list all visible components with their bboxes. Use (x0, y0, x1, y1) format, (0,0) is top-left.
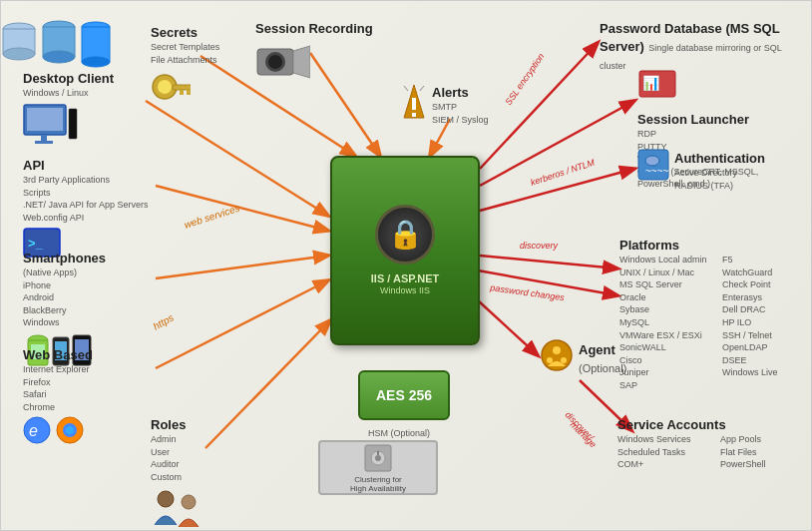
svg-text:web services: web services (183, 203, 240, 231)
svg-line-19 (478, 300, 538, 355)
svg-point-35 (645, 156, 659, 166)
svg-text:discover/: discover/ (564, 409, 598, 443)
agent-node: Agent (Optional) (540, 338, 659, 377)
svg-text:discovery: discovery (520, 241, 559, 251)
session-recording-node: Session Recording (255, 19, 385, 87)
svg-point-78 (375, 455, 381, 461)
session-launcher-title: Session Launcher (637, 112, 749, 127)
session-recording-title: Session Recording (255, 21, 373, 36)
auth-detail-1: Active Directory (674, 167, 765, 180)
aes-label: AES 256 (376, 387, 432, 403)
roles-icon (151, 487, 250, 531)
svg-rect-59 (69, 109, 77, 139)
lock-symbol: 🔒 (388, 218, 423, 251)
authentication-text: Authentication Active Directory RADIUS (… (674, 149, 765, 192)
svg-line-0 (146, 101, 328, 216)
agent-icon-area: Agent (Optional) (540, 338, 659, 377)
svg-point-48 (268, 55, 282, 69)
session-recording-icon (255, 41, 385, 87)
svg-rect-58 (35, 141, 53, 144)
svg-line-1 (156, 186, 328, 231)
svg-line-45 (420, 86, 424, 91)
authentication-title: Authentication (674, 151, 765, 166)
agent-subtitle: (Optional) (579, 362, 626, 374)
password-database: Password Database (MS SQL Server) Single… (600, 19, 799, 73)
authentication-node: ~~~~ Authentication Active Directory RAD… (637, 149, 812, 192)
db-cylinders (1, 19, 111, 74)
alerts-text: Alerts SMTP SIEM / Syslog (432, 83, 489, 126)
web-based-icons: e (23, 416, 163, 444)
secrets-node: Secrets Secret Templates File Attachment… (151, 23, 270, 118)
agent-text: Agent (Optional) (579, 340, 659, 376)
svg-point-75 (182, 495, 196, 509)
hsm-text: HSM (Optional) (368, 428, 430, 438)
svg-point-25 (3, 48, 35, 60)
svg-point-39 (547, 357, 553, 363)
alerts-icon (400, 83, 428, 127)
session-launcher-icon: 📊 (637, 69, 812, 108)
svg-rect-43 (412, 113, 416, 117)
desktop-client-node: Desktop Client Windows / Linux (23, 69, 153, 146)
service-accounts-title: Service Accounts (617, 417, 726, 432)
roles-title: Roles (151, 417, 186, 432)
svg-point-31 (82, 57, 110, 67)
secrets-title: Secrets (151, 25, 198, 40)
service-accounts-node: Service Accounts Windows Services App Po… (617, 415, 812, 471)
service-accounts-details: Windows Services App Pools Scheduled Tas… (617, 433, 812, 471)
platforms-title: Platforms (619, 238, 679, 253)
svg-line-2 (156, 256, 328, 278)
svg-rect-56 (27, 108, 63, 131)
svg-line-13 (480, 169, 634, 211)
svg-line-3 (156, 280, 328, 368)
svg-rect-54 (180, 90, 184, 95)
desktop-client-subtitle: Windows / Linux (23, 87, 153, 100)
clustering-title: Clustering for (350, 475, 406, 484)
alerts-node: Alerts SMTP SIEM / Syslog (400, 83, 520, 127)
svg-rect-57 (41, 135, 47, 141)
svg-line-44 (404, 86, 408, 91)
svg-line-15 (480, 256, 617, 268)
central-subtitle: Windows IIS (380, 284, 430, 297)
svg-point-73 (66, 426, 74, 434)
lock-icon: 🔒 (375, 205, 435, 265)
web-based-node: Web Based Internet Explorer Firefox Safa… (23, 345, 163, 444)
agent-icon (540, 338, 575, 377)
authentication-icon: ~~~~ (637, 149, 669, 185)
svg-rect-53 (187, 90, 191, 95)
api-title: API (23, 158, 45, 173)
svg-rect-52 (173, 85, 191, 90)
svg-point-38 (553, 346, 561, 354)
diagram-container: web services https SSL encryption kerber… (0, 0, 812, 531)
desktop-client-title: Desktop Client (23, 71, 114, 86)
svg-point-40 (561, 357, 567, 363)
clustering-subtitle: High Availability (350, 484, 406, 493)
svg-rect-42 (412, 98, 416, 110)
svg-text:kerberos / NTLM: kerberos / NTLM (530, 158, 597, 188)
alerts-title: Alerts (432, 85, 469, 100)
svg-text:password changes: password changes (489, 282, 566, 303)
roles-node: Roles Admin User Auditor Custom (151, 415, 250, 531)
smartphones-subtitle: (Native Apps) (23, 266, 163, 279)
central-title: IIS / ASP.NET (371, 272, 439, 284)
svg-point-74 (158, 491, 174, 507)
secrets-icon (151, 69, 270, 118)
svg-line-17 (478, 270, 617, 295)
central-box: 🔒 IIS / ASP.NET Windows IIS (330, 156, 480, 345)
web-based-title: Web Based (23, 347, 93, 362)
clustering-box: Clustering for High Availability (318, 440, 438, 495)
svg-text:📊: 📊 (642, 75, 660, 92)
agent-title: Agent (579, 342, 615, 357)
aes-box: AES 256 (358, 370, 450, 420)
auth-detail-2: RADIUS (TFA) (674, 180, 765, 193)
svg-text:manage: manage (569, 419, 599, 449)
svg-point-51 (158, 80, 172, 94)
smartphones-title: Smartphones (23, 251, 106, 266)
desktop-client-icons (23, 104, 153, 146)
svg-point-28 (43, 51, 75, 63)
svg-text:~~~~: ~~~~ (645, 166, 669, 177)
svg-text:e: e (29, 422, 38, 439)
svg-marker-49 (293, 46, 310, 78)
